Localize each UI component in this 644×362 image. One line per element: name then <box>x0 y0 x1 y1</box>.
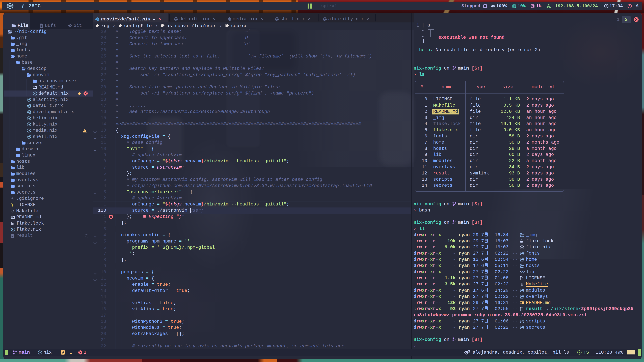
svg-text:64: 64 <box>513 5 515 7</box>
